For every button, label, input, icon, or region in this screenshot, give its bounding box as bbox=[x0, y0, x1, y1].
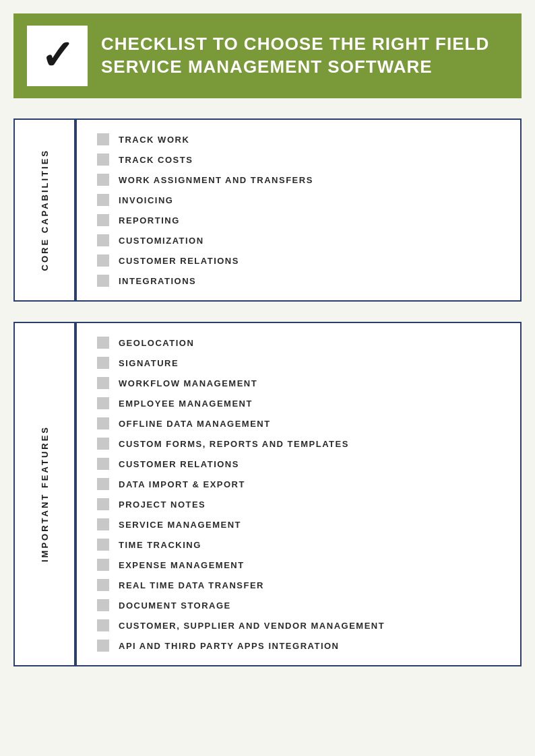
checkbox[interactable] bbox=[97, 599, 109, 611]
section-content-core-capabilities: TRACK WORKTRACK COSTSWORK ASSIGNMENT AND… bbox=[75, 118, 522, 302]
list-item[interactable]: SIGNATURE bbox=[97, 357, 507, 369]
checklist-item-label: DATA IMPORT & EXPORT bbox=[119, 479, 245, 489]
list-item[interactable]: API AND THIRD PARTY APPS INTEGRATION bbox=[97, 640, 507, 652]
checklist-item-label: CUSTOMIZATION bbox=[119, 236, 204, 246]
checklist-item-label: EMPLOYEE MANAGEMENT bbox=[119, 399, 253, 409]
checkbox[interactable] bbox=[97, 337, 109, 349]
checklist-item-label: WORK ASSIGNMENT AND TRANSFERS bbox=[119, 175, 313, 185]
checklist-item-label: WORKFLOW MANAGEMENT bbox=[119, 378, 257, 388]
page: ✓ CHECKLIST TO CHOOSE THE RIGHT FIELD SE… bbox=[13, 13, 522, 687]
checklist-item-label: TRACK COSTS bbox=[119, 155, 193, 165]
list-item[interactable]: SERVICE MANAGEMENT bbox=[97, 518, 507, 530]
list-item[interactable]: EMPLOYEE MANAGEMENT bbox=[97, 397, 507, 409]
checkbox[interactable] bbox=[97, 458, 109, 470]
list-item[interactable]: OFFLINE DATA MANAGEMENT bbox=[97, 417, 507, 429]
checklist-item-label: OFFLINE DATA MANAGEMENT bbox=[119, 419, 271, 429]
checkbox[interactable] bbox=[97, 194, 109, 206]
checkbox[interactable] bbox=[97, 377, 109, 389]
list-item[interactable]: CUSTOMER RELATIONS bbox=[97, 458, 507, 470]
checkbox[interactable] bbox=[97, 539, 109, 551]
list-item[interactable]: WORKFLOW MANAGEMENT bbox=[97, 377, 507, 389]
checklist-item-label: CUSTOM FORMS, REPORTS AND TEMPLATES bbox=[119, 439, 349, 449]
checklist-item-label: INTEGRATIONS bbox=[119, 276, 196, 286]
checkbox[interactable] bbox=[97, 619, 109, 631]
list-item[interactable]: WORK ASSIGNMENT AND TRANSFERS bbox=[97, 174, 507, 186]
list-item[interactable]: DOCUMENT STORAGE bbox=[97, 599, 507, 611]
section-content-important-features: GEOLOCATIONSIGNATUREWORKFLOW MANAGEMENTE… bbox=[75, 322, 522, 666]
list-item[interactable]: INTEGRATIONS bbox=[97, 275, 507, 287]
header: ✓ CHECKLIST TO CHOOSE THE RIGHT FIELD SE… bbox=[13, 13, 522, 98]
checklist-item-label: CUSTOMER RELATIONS bbox=[119, 459, 239, 469]
checklist-item-label: REPORTING bbox=[119, 215, 180, 226]
checkbox[interactable] bbox=[97, 559, 109, 571]
checkbox[interactable] bbox=[97, 438, 109, 450]
checkbox[interactable] bbox=[97, 579, 109, 591]
section-core-capabilities: CORE CAPABILITIESTRACK WORKTRACK COSTSWO… bbox=[13, 118, 522, 302]
section-label-col-core-capabilities: CORE CAPABILITIES bbox=[15, 120, 75, 300]
checkbox[interactable] bbox=[97, 397, 109, 409]
section-label-col-important-features: IMPORTANT FEATURES bbox=[15, 323, 75, 665]
list-item[interactable]: DATA IMPORT & EXPORT bbox=[97, 478, 507, 490]
checkbox[interactable] bbox=[97, 478, 109, 490]
checklist-item-label: REAL TIME DATA TRANSFER bbox=[119, 580, 264, 590]
checkbox[interactable] bbox=[97, 498, 109, 510]
list-item[interactable]: INVOICING bbox=[97, 194, 507, 206]
checklist-item-label: SERVICE MANAGEMENT bbox=[119, 520, 241, 530]
checkbox[interactable] bbox=[97, 174, 109, 186]
checkbox[interactable] bbox=[97, 234, 109, 246]
checklist-item-label: API AND THIRD PARTY APPS INTEGRATION bbox=[119, 641, 340, 651]
list-item[interactable]: GEOLOCATION bbox=[97, 337, 507, 349]
list-item[interactable]: TRACK COSTS bbox=[97, 153, 507, 166]
checkbox[interactable] bbox=[97, 640, 109, 652]
header-title: CHECKLIST TO CHOOSE THE RIGHT FIELD SERV… bbox=[101, 33, 508, 79]
list-item[interactable]: CUSTOMIZATION bbox=[97, 234, 507, 246]
checklist-item-label: INVOICING bbox=[119, 195, 173, 205]
checklist-item-label: DOCUMENT STORAGE bbox=[119, 600, 231, 611]
checklist-item-label: TIME TRACKING bbox=[119, 540, 201, 550]
checkbox[interactable] bbox=[97, 275, 109, 287]
list-item[interactable]: CUSTOMER RELATIONS bbox=[97, 254, 507, 267]
checkbox[interactable] bbox=[97, 417, 109, 429]
checkbox[interactable] bbox=[97, 133, 109, 145]
section-important-features: IMPORTANT FEATURESGEOLOCATIONSIGNATUREWO… bbox=[13, 322, 522, 666]
checkbox[interactable] bbox=[97, 357, 109, 369]
list-item[interactable]: REPORTING bbox=[97, 214, 507, 226]
checkbox[interactable] bbox=[97, 214, 109, 226]
list-item[interactable]: TIME TRACKING bbox=[97, 539, 507, 551]
checklist-item-label: CUSTOMER RELATIONS bbox=[119, 256, 239, 266]
list-item[interactable]: CUSTOMER, SUPPLIER AND VENDOR MANAGEMENT bbox=[97, 619, 507, 631]
checklist-item-label: TRACK WORK bbox=[119, 135, 189, 145]
section-label-text-core-capabilities: CORE CAPABILITIES bbox=[40, 149, 50, 271]
checklist-item-label: PROJECT NOTES bbox=[119, 500, 206, 510]
list-item[interactable]: REAL TIME DATA TRANSFER bbox=[97, 579, 507, 591]
section-label-text-important-features: IMPORTANT FEATURES bbox=[40, 425, 50, 562]
list-item[interactable]: CUSTOM FORMS, REPORTS AND TEMPLATES bbox=[97, 438, 507, 450]
checkbox[interactable] bbox=[97, 518, 109, 530]
checklist-item-label: EXPENSE MANAGEMENT bbox=[119, 560, 245, 570]
list-item[interactable]: EXPENSE MANAGEMENT bbox=[97, 559, 507, 571]
checkmark-box: ✓ bbox=[27, 26, 88, 86]
list-item[interactable]: PROJECT NOTES bbox=[97, 498, 507, 510]
checkbox[interactable] bbox=[97, 153, 109, 166]
checklist-item-label: SIGNATURE bbox=[119, 358, 179, 368]
checkmark-icon: ✓ bbox=[40, 36, 74, 76]
list-item[interactable]: TRACK WORK bbox=[97, 133, 507, 145]
checklist-item-label: CUSTOMER, SUPPLIER AND VENDOR MANAGEMENT bbox=[119, 621, 385, 631]
checklist-item-label: GEOLOCATION bbox=[119, 338, 194, 348]
checkbox[interactable] bbox=[97, 254, 109, 267]
